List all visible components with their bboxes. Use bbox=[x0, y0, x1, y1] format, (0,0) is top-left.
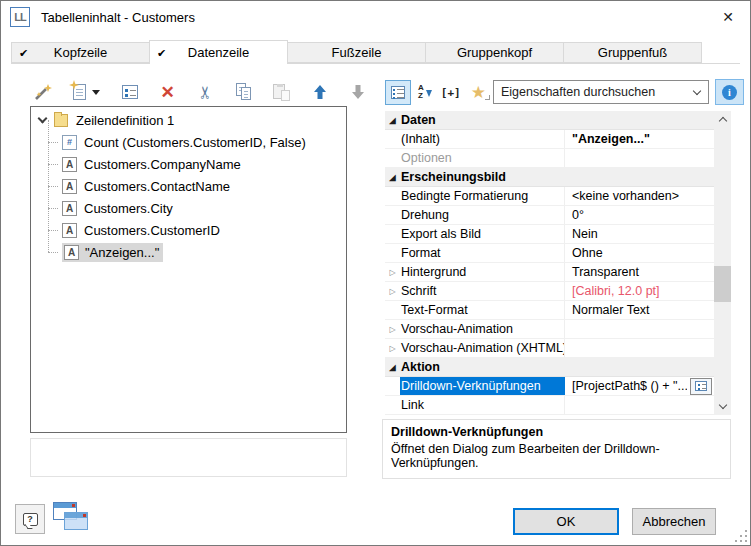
property-value[interactable] bbox=[565, 149, 714, 167]
tab-label: Gruppenkopf bbox=[457, 45, 532, 60]
tree-item-companyname[interactable]: A Customers.CompanyName bbox=[31, 153, 346, 175]
property-row-schrift[interactable]: ▷ Schrift [Calibri, 12.0 pt] bbox=[385, 282, 714, 301]
cancel-button[interactable]: Abbrechen bbox=[632, 508, 716, 535]
collapsed-icon[interactable]: ▷ bbox=[385, 325, 400, 334]
property-value[interactable]: Nein bbox=[565, 225, 714, 243]
property-label: Drehung bbox=[400, 206, 565, 224]
property-label: Schrift bbox=[400, 282, 565, 300]
expand-all-icon[interactable]: [+] bbox=[441, 86, 461, 99]
new-dropdown-icon[interactable] bbox=[92, 90, 100, 95]
property-label: Hintergrund bbox=[400, 263, 565, 281]
numeric-field-icon: # bbox=[62, 135, 77, 150]
property-row-drehung[interactable]: Drehung 0° bbox=[385, 206, 714, 225]
categorized-view-icon[interactable] bbox=[385, 80, 411, 105]
chevron-down-icon[interactable] bbox=[38, 114, 48, 124]
info-icon: i bbox=[722, 85, 737, 100]
property-row-drilldown-verknuepfungen[interactable]: Drilldown-Verknüpfungen [ProjectPath$ ()… bbox=[385, 377, 714, 396]
expanded-icon[interactable]: ◢ bbox=[385, 116, 400, 125]
category-row-aktion[interactable]: ◢ Aktion bbox=[385, 358, 714, 377]
help-button[interactable]: ? bbox=[15, 504, 45, 534]
tree-item-customerid[interactable]: A Customers.CustomerID bbox=[31, 219, 346, 241]
property-value[interactable]: [ProjectPath$ () + "... bbox=[565, 377, 714, 395]
text-field-icon: A bbox=[64, 245, 79, 260]
property-value[interactable]: Normaler Text bbox=[565, 301, 714, 319]
property-row-hintergrund[interactable]: ▷ Hintergrund Transparent bbox=[385, 263, 714, 282]
tree-item-anzeigen[interactable]: A "Anzeigen..." bbox=[31, 241, 346, 263]
drilldown-value: [ProjectPath$ () + "... bbox=[572, 379, 687, 393]
expanded-icon[interactable]: ◢ bbox=[385, 173, 400, 182]
tree-item-label: Zeilendefinition 1 bbox=[76, 113, 174, 128]
property-value[interactable]: 0° bbox=[565, 206, 714, 224]
property-value[interactable]: <keine vorhanden> bbox=[565, 187, 714, 205]
property-row-link[interactable]: Link bbox=[385, 396, 714, 415]
move-up-icon[interactable] bbox=[308, 81, 331, 104]
checkmark-icon: ✔ bbox=[157, 46, 166, 59]
tree-item-label: Count (Customers.CustomerID, False) bbox=[84, 135, 306, 150]
property-value[interactable]: Transparent bbox=[565, 263, 714, 281]
property-value[interactable]: Ohne bbox=[565, 244, 714, 262]
tab-fusszeile[interactable]: Fußzeile bbox=[287, 42, 426, 63]
tab-kopfzeile[interactable]: ✔ Kopfzeile bbox=[11, 42, 150, 63]
copy-icon[interactable] bbox=[232, 81, 255, 104]
property-search-combo bbox=[493, 80, 709, 104]
property-row-format[interactable]: Format Ohne bbox=[385, 244, 714, 263]
property-label: Drilldown-Verknüpfungen bbox=[400, 377, 565, 395]
tab-strip: ✔ Kopfzeile ✔ Datenzeile Fußzeile Gruppe… bbox=[11, 41, 740, 64]
property-value[interactable] bbox=[565, 320, 714, 338]
property-toolbar: A Z [+] ★ i bbox=[385, 79, 744, 105]
collapsed-icon[interactable]: ▷ bbox=[385, 268, 400, 277]
category-row-erscheinungsbild[interactable]: ◢ Erscheinungsbild bbox=[385, 168, 714, 187]
tab-gruppenkopf[interactable]: Gruppenkopf bbox=[425, 42, 564, 63]
search-input[interactable] bbox=[494, 85, 686, 99]
ok-button[interactable]: OK bbox=[513, 508, 619, 535]
collapsed-icon[interactable]: ▷ bbox=[385, 287, 400, 296]
delete-icon[interactable]: ✕ bbox=[156, 81, 179, 104]
text-field-icon: A bbox=[62, 157, 77, 172]
tab-gruppenfuss[interactable]: Gruppenfuß bbox=[563, 42, 702, 63]
tree-item-label: Customers.City bbox=[84, 201, 173, 216]
favorites-icon[interactable]: ★ bbox=[471, 84, 486, 101]
tree-item-contactname[interactable]: A Customers.ContactName bbox=[31, 175, 346, 197]
chevron-down-icon[interactable] bbox=[686, 91, 708, 94]
scroll-up-icon[interactable] bbox=[714, 111, 731, 128]
cut-icon[interactable]: ✂ bbox=[194, 81, 217, 104]
collapsed-icon[interactable]: ▷ bbox=[385, 344, 400, 353]
edit-drilldown-button[interactable] bbox=[690, 378, 712, 395]
property-row-export-als-bild[interactable]: Export als Bild Nein bbox=[385, 225, 714, 244]
category-row-daten[interactable]: ◢ Daten bbox=[385, 111, 714, 130]
close-icon[interactable]: ✕ bbox=[706, 2, 750, 33]
tab-datenzeile[interactable]: ✔ Datenzeile bbox=[149, 40, 288, 64]
property-row-vorschau-animation[interactable]: ▷ Vorschau-Animation bbox=[385, 320, 714, 339]
tree-item-zeilendefinition[interactable]: Zeilendefinition 1 bbox=[31, 109, 346, 131]
property-value[interactable] bbox=[565, 339, 714, 357]
scrollbar-thumb[interactable] bbox=[714, 266, 731, 302]
property-row-bedingte-formatierung[interactable]: Bedingte Formatierung <keine vorhanden> bbox=[385, 187, 714, 206]
properties-icon[interactable] bbox=[118, 81, 141, 104]
paste-icon[interactable] bbox=[270, 81, 293, 104]
info-button[interactable]: i bbox=[715, 79, 744, 105]
description-text: Öffnet den Dialog zum Bearbeiten der Dri… bbox=[391, 442, 722, 470]
tab-label: Datenzeile bbox=[188, 45, 249, 60]
property-value[interactable] bbox=[565, 396, 714, 414]
property-label: Vorschau-Animation bbox=[400, 320, 565, 338]
property-row-inhalt[interactable]: (Inhalt) "Anzeigen..." bbox=[385, 130, 714, 149]
tree-item-count[interactable]: # Count (Customers.CustomerID, False) bbox=[31, 131, 346, 153]
line-definition-tree[interactable]: Zeilendefinition 1 # Count (Customers.Cu… bbox=[30, 106, 347, 433]
vertical-scrollbar[interactable] bbox=[714, 111, 731, 415]
move-down-icon[interactable] bbox=[346, 81, 369, 104]
new-line-definition-icon[interactable] bbox=[69, 81, 103, 104]
cascade-windows-icon[interactable] bbox=[53, 502, 91, 536]
property-value[interactable]: [Calibri, 12.0 pt] bbox=[565, 282, 714, 300]
property-row-vorschau-animation-xhtml[interactable]: ▷ Vorschau-Animation (XHTML) bbox=[385, 339, 714, 358]
wizard-icon[interactable] bbox=[31, 81, 54, 104]
scroll-down-icon[interactable] bbox=[714, 398, 731, 415]
tree-item-city[interactable]: A Customers.City bbox=[31, 197, 346, 219]
resize-grip[interactable] bbox=[733, 528, 747, 542]
sort-alphabetical-icon[interactable]: A Z bbox=[418, 84, 432, 100]
property-row-text-format[interactable]: Text-Format Normaler Text bbox=[385, 301, 714, 320]
expanded-icon[interactable]: ◢ bbox=[385, 363, 400, 372]
property-value[interactable]: "Anzeigen..." bbox=[565, 130, 714, 148]
property-row-optionen[interactable]: Optionen bbox=[385, 149, 714, 168]
text-field-icon: A bbox=[62, 201, 77, 216]
tree-selection: A "Anzeigen..." bbox=[62, 243, 163, 262]
